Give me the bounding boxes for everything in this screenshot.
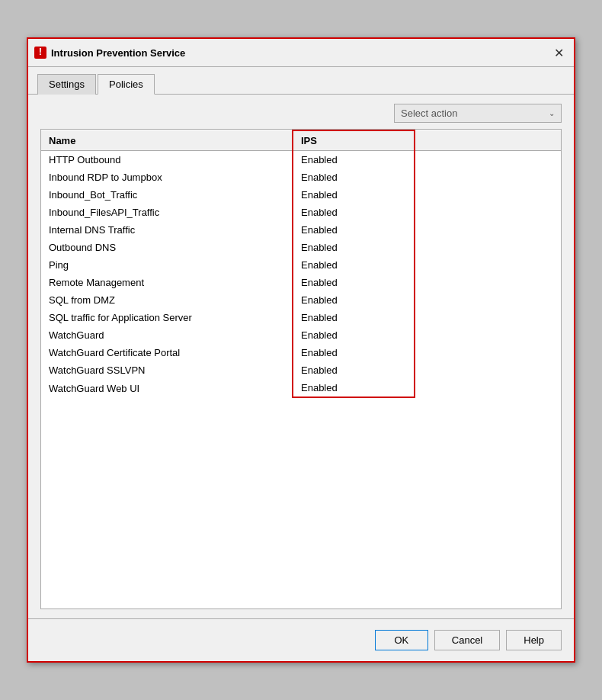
cell-ips: Enabled [293, 309, 415, 326]
svg-text:!: ! [39, 48, 42, 57]
select-action-label: Select action [401, 108, 457, 119]
title-bar: ! Intrusion Prevention Service ✕ [28, 39, 574, 67]
cell-extra [415, 274, 561, 291]
cell-extra [415, 256, 561, 274]
cell-ips: Enabled [293, 204, 415, 221]
toolbar: Select action ⌄ [40, 104, 562, 123]
table-header-row: Name IPS [41, 130, 561, 151]
table-row[interactable]: Internal DNS TrafficEnabled [41, 221, 561, 239]
content-area: Select action ⌄ Name IPS HTTP OutboundEn… [28, 95, 574, 618]
cell-extra [415, 309, 561, 326]
table-row[interactable]: HTTP OutboundEnabled [41, 151, 561, 169]
cell-ips: Enabled [293, 186, 415, 204]
table-row[interactable]: Inbound_Bot_TrafficEnabled [41, 186, 561, 204]
cell-ips: Enabled [293, 379, 415, 397]
cell-name: Inbound_Bot_Traffic [41, 186, 293, 204]
table-row[interactable]: PingEnabled [41, 256, 561, 274]
cell-name: SQL traffic for Application Server [41, 309, 293, 326]
select-action-dropdown[interactable]: Select action ⌄ [394, 104, 562, 123]
cell-name: Remote Management [41, 274, 293, 291]
cell-ips: Enabled [293, 256, 415, 274]
table-row[interactable]: SQL traffic for Application ServerEnable… [41, 309, 561, 326]
cell-ips: Enabled [293, 361, 415, 379]
table-body: HTTP OutboundEnabledInbound RDP to Jumpb… [41, 151, 561, 398]
cell-ips: Enabled [293, 274, 415, 291]
table-row[interactable]: Inbound RDP to JumpboxEnabled [41, 169, 561, 186]
cell-name: WatchGuard [41, 326, 293, 344]
col-header-name: Name [41, 130, 293, 151]
cell-name: HTTP Outbound [41, 151, 293, 169]
cell-extra [415, 186, 561, 204]
cell-name: Ping [41, 256, 293, 274]
cancel-button[interactable]: Cancel [434, 630, 500, 650]
help-button[interactable]: Help [506, 630, 562, 650]
table-row[interactable]: WatchGuard Certificate PortalEnabled [41, 344, 561, 361]
table-row[interactable]: SQL from DMZEnabled [41, 291, 561, 309]
tab-bar: Settings Policies [28, 67, 574, 95]
cell-name: WatchGuard SSLVPN [41, 361, 293, 379]
cell-ips: Enabled [293, 239, 415, 256]
table-row[interactable]: Outbound DNSEnabled [41, 239, 561, 256]
cell-name: WatchGuard Web UI [41, 379, 293, 397]
window-title: Intrusion Prevention Service [51, 47, 185, 59]
tab-policies[interactable]: Policies [98, 74, 155, 95]
cell-name: SQL from DMZ [41, 291, 293, 309]
cell-extra [415, 326, 561, 344]
cell-name: Inbound_FilesAPI_Traffic [41, 204, 293, 221]
tab-settings[interactable]: Settings [37, 74, 96, 95]
table-row[interactable]: Remote ManagementEnabled [41, 274, 561, 291]
ok-button[interactable]: OK [375, 630, 428, 650]
table-row[interactable]: WatchGuard SSLVPNEnabled [41, 361, 561, 379]
title-bar-left: ! Intrusion Prevention Service [34, 47, 185, 59]
cell-ips: Enabled [293, 221, 415, 239]
cell-ips: Enabled [293, 151, 415, 169]
cell-extra [415, 221, 561, 239]
cell-name: Internal DNS Traffic [41, 221, 293, 239]
main-window: ! Intrusion Prevention Service ✕ Setting… [27, 37, 575, 663]
table-row[interactable]: WatchGuardEnabled [41, 326, 561, 344]
cell-extra [415, 379, 561, 397]
cell-extra [415, 344, 561, 361]
table-row[interactable]: WatchGuard Web UIEnabled [41, 379, 561, 397]
policies-table: Name IPS HTTP OutboundEnabledInbound RDP… [41, 130, 561, 398]
chevron-down-icon: ⌄ [549, 109, 555, 117]
cell-extra [415, 151, 561, 169]
cell-extra [415, 291, 561, 309]
cell-extra [415, 169, 561, 186]
table-row[interactable]: Inbound_FilesAPI_TrafficEnabled [41, 204, 561, 221]
cell-extra [415, 239, 561, 256]
cell-name: Inbound RDP to Jumpbox [41, 169, 293, 186]
col-header-ips: IPS [293, 130, 415, 151]
cell-name: WatchGuard Certificate Portal [41, 344, 293, 361]
app-icon: ! [34, 47, 46, 59]
cell-ips: Enabled [293, 169, 415, 186]
close-button[interactable]: ✕ [549, 43, 568, 62]
button-bar: OK Cancel Help [28, 618, 574, 661]
cell-ips: Enabled [293, 291, 415, 309]
cell-extra [415, 361, 561, 379]
cell-ips: Enabled [293, 326, 415, 344]
policies-table-container: Name IPS HTTP OutboundEnabledInbound RDP… [40, 129, 562, 609]
cell-ips: Enabled [293, 344, 415, 361]
cell-name: Outbound DNS [41, 239, 293, 256]
col-header-extra [415, 130, 561, 151]
cell-extra [415, 204, 561, 221]
